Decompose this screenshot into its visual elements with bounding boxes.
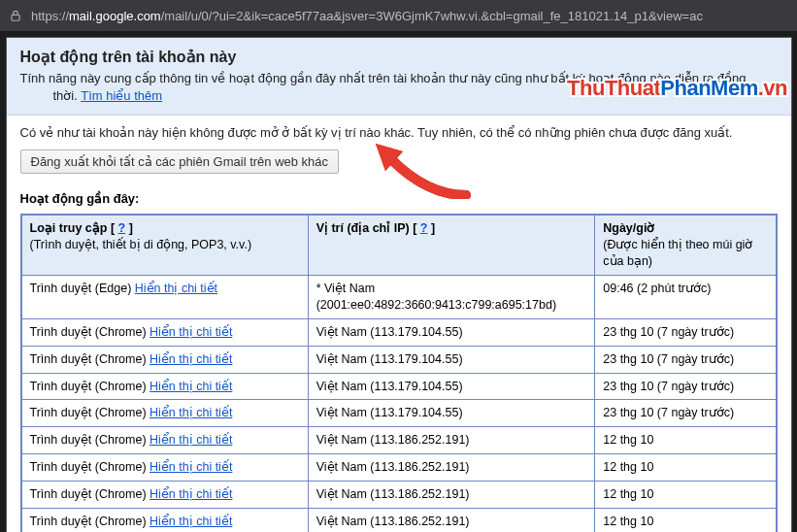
cell-access-type: Trình duyệt (Chrome) Hiển thị chi tiết — [21, 373, 309, 400]
show-details-link[interactable]: Hiển thị chi tiết — [149, 406, 232, 419]
url-suffix: /mail/u/0/?ui=2&ik=cace5f77aa&jsver=3W6G… — [161, 9, 703, 23]
table-row: Trình duyệt (Chrome) Hiển thị chi tiếtVi… — [21, 373, 777, 400]
show-details-link[interactable]: Hiển thị chi tiết — [149, 325, 232, 339]
table-row: Trình duyệt (Chrome) Hiển thị chi tiếtVi… — [21, 427, 777, 454]
url-text[interactable]: https://mail.google.com/mail/u/0/?ui=2&i… — [31, 9, 789, 23]
cell-location: Việt Nam (113.186.252.191) — [308, 508, 595, 532]
table-row: Trình duyệt (Chrome) Hiển thị chi tiếtVi… — [21, 508, 777, 532]
activity-table: Loại truy cập [ ? ] (Trình duyệt, thiết … — [20, 214, 778, 532]
cell-datetime: 23 thg 10 (7 ngày trước) — [595, 346, 777, 373]
header-access-type: Loại truy cập [ ? ] (Trình duyệt, thiết … — [21, 215, 309, 275]
cell-datetime: 23 thg 10 (7 ngày trước) — [595, 373, 777, 400]
url-prefix: https:// — [31, 9, 69, 23]
access-help-link[interactable]: ? — [118, 221, 126, 235]
cell-access-type: Trình duyệt (Chrome) Hiển thị chi tiết — [21, 508, 309, 532]
cell-datetime: 23 thg 10 (7 ngày trước) — [595, 318, 777, 346]
table-row: Trình duyệt (Chrome) Hiển thị chi tiếtVi… — [21, 482, 777, 509]
desc-line1: Tính năng này cung cấp thông tin về hoạt… — [20, 71, 747, 85]
cell-location: Việt Nam (113.186.252.191) — [308, 427, 595, 454]
table-row: Trình duyệt (Chrome) Hiển thị chi tiếtVi… — [21, 454, 777, 482]
show-details-link[interactable]: Hiển thị chi tiết — [149, 487, 232, 501]
cell-datetime: 12 thg 10 — [595, 427, 777, 454]
show-details-link[interactable]: Hiển thị chi tiết — [149, 433, 232, 447]
session-info-text: Có vẻ như tài khoản này hiện không được … — [20, 125, 778, 140]
cell-datetime: 12 thg 10 — [595, 482, 777, 509]
header-location: Vị trí (địa chỉ IP) [ ? ] — [308, 215, 595, 275]
cell-access-type: Trình duyệt (Edge) Hiển thị chi tiết — [21, 276, 309, 319]
recent-activity-title: Hoạt động gần đây: — [20, 191, 778, 206]
learn-more-link[interactable]: Tìm hiểu thêm — [81, 88, 162, 103]
header-section: Hoạt động trên tài khoản này Tính năng n… — [7, 38, 791, 116]
cell-location: Việt Nam (113.179.104.55) — [308, 318, 595, 346]
cell-location: Việt Nam (113.179.104.55) — [308, 400, 595, 427]
cell-access-type: Trình duyệt (Chrome) Hiển thị chi tiết — [21, 482, 309, 509]
cell-access-type: Trình duyệt (Chrome) Hiển thị chi tiết — [21, 454, 309, 482]
cell-access-type: Trình duyệt (Chrome) Hiển thị chi tiết — [21, 346, 309, 373]
cell-location: Việt Nam (113.179.104.55) — [308, 373, 595, 400]
header-access-sub: (Trình duyệt, thiết bị di động, POP3, v.… — [30, 237, 300, 253]
svg-rect-0 — [12, 15, 19, 20]
cell-datetime: 23 thg 10 (7 ngày trước) — [595, 400, 777, 427]
signout-all-button[interactable]: Đăng xuất khỏi tất cả các phiên Gmail tr… — [20, 150, 340, 174]
cell-location: Việt Nam (113.186.252.191) — [308, 482, 595, 509]
table-row: Trình duyệt (Chrome) Hiển thị chi tiếtVi… — [21, 318, 777, 346]
cell-location: * Việt Nam(2001:ee0:4892:3660:9413:c799:… — [308, 276, 595, 319]
cell-access-type: Trình duyệt (Chrome) Hiển thị chi tiết — [21, 427, 309, 454]
header-description: Tính năng này cung cấp thông tin về hoạt… — [20, 70, 778, 105]
cell-location: Việt Nam (113.179.104.55) — [308, 346, 595, 373]
header-datetime: Ngày/giờ (Được hiển thị theo múi giờ của… — [595, 215, 777, 275]
cell-datetime: 09:46 (2 phút trước) — [595, 276, 777, 319]
location-help-link[interactable]: ? — [420, 221, 428, 235]
cell-location: Việt Nam (113.186.252.191) — [308, 454, 595, 482]
show-details-link[interactable]: Hiển thị chi tiết — [149, 515, 232, 528]
show-details-link[interactable]: Hiển thị chi tiết — [149, 380, 232, 393]
cell-access-type: Trình duyệt (Chrome) Hiển thị chi tiết — [21, 400, 309, 427]
url-domain: mail.google.com — [69, 9, 161, 23]
cell-datetime: 12 thg 10 — [595, 508, 777, 532]
lock-icon — [8, 8, 23, 23]
table-header-row: Loại truy cập [ ? ] (Trình duyệt, thiết … — [21, 215, 777, 275]
show-details-link[interactable]: Hiển thị chi tiết — [135, 282, 217, 295]
page-title: Hoạt động trên tài khoản này — [20, 48, 778, 66]
show-details-link[interactable]: Hiển thị chi tiết — [149, 460, 232, 474]
page-content: Hoạt động trên tài khoản này Tính năng n… — [6, 37, 792, 532]
table-row: Trình duyệt (Chrome) Hiển thị chi tiếtVi… — [21, 346, 777, 373]
table-row: Trình duyệt (Chrome) Hiển thị chi tiếtVi… — [21, 400, 777, 427]
show-details-link[interactable]: Hiển thị chi tiết — [149, 352, 232, 366]
header-datetime-sub: (Được hiển thị theo múi giờ của bạn) — [603, 237, 767, 270]
cell-datetime: 12 thg 10 — [595, 454, 777, 482]
address-bar[interactable]: https://mail.google.com/mail/u/0/?ui=2&i… — [0, 0, 797, 31]
table-row: Trình duyệt (Edge) Hiển thị chi tiết* Vi… — [21, 276, 777, 319]
desc-line2: thời. — [53, 88, 82, 103]
cell-access-type: Trình duyệt (Chrome) Hiển thị chi tiết — [21, 318, 309, 346]
